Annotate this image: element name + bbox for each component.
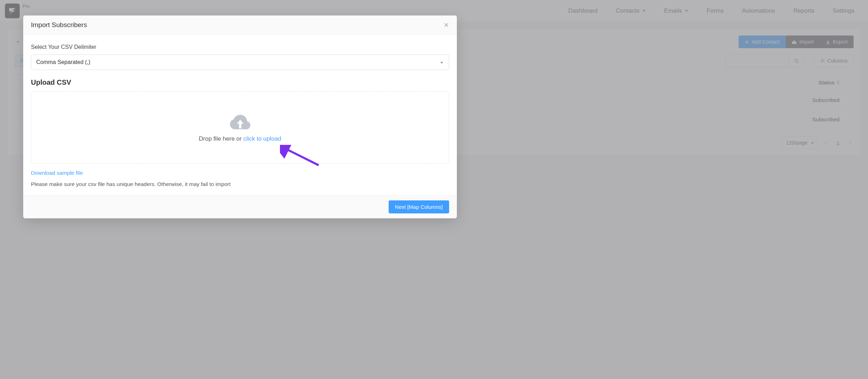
cloud-upload-icon — [792, 40, 797, 44]
nav-contacts-label: Contacts — [616, 7, 639, 14]
row-status: Subscribed — [812, 116, 854, 123]
chevron-down-icon — [440, 62, 443, 64]
upload-dropzone[interactable]: Drop file here or click to upload — [31, 91, 449, 163]
columns-label: Columns — [828, 58, 848, 64]
modal-body: Select Your CSV Delimiter Comma Separate… — [23, 35, 457, 195]
row-status: Subscribed — [812, 97, 854, 103]
close-icon — [443, 22, 449, 28]
click-to-upload-link[interactable]: click to upload — [243, 135, 281, 142]
search-icon — [794, 58, 799, 64]
nav-reports-label: Reports — [793, 7, 815, 14]
chevron-down-icon — [811, 142, 814, 144]
page-size-select[interactable]: 120/page — [781, 136, 817, 149]
status-header-label: Status — [818, 79, 835, 85]
modal-title: Import Subscribers — [31, 21, 87, 29]
pro-label: Pro — [23, 4, 30, 9]
upload-heading: Upload CSV — [31, 78, 449, 86]
next-map-columns-button[interactable]: Next [Map Columns] — [389, 200, 449, 213]
modal-header: Import Subscribers — [23, 15, 457, 35]
search-button[interactable] — [789, 54, 804, 67]
search-input[interactable] — [726, 54, 789, 67]
delimiter-value: Comma Separated (,) — [36, 59, 90, 65]
pager-prev[interactable]: ‹ — [823, 139, 829, 147]
download-sample-link[interactable]: Download sample file — [31, 170, 83, 176]
nav-automations-label: Automations — [742, 7, 776, 14]
import-button[interactable]: Import — [786, 36, 820, 48]
nav-dashboard[interactable]: Dashboard — [560, 0, 606, 21]
modal-footer: Next [Map Columns] — [23, 195, 457, 218]
nav-forms[interactable]: Forms — [698, 0, 732, 21]
page-size-value: 120/page — [786, 140, 807, 146]
nav-emails-label: Emails — [664, 7, 682, 14]
import-subscribers-modal: Import Subscribers Select Your CSV Delim… — [23, 15, 457, 218]
chevron-down-icon — [642, 10, 646, 12]
nav-reports[interactable]: Reports — [785, 0, 823, 21]
download-icon — [826, 40, 830, 44]
columns-button[interactable]: Columns — [814, 54, 854, 67]
nav-contacts[interactable]: Contacts — [607, 0, 655, 21]
dropzone-text-prefix: Drop file here or — [199, 135, 243, 142]
add-contact-button[interactable]: Add Contact — [739, 36, 786, 48]
upload-hint: Please make sure your csv file has uniqu… — [31, 181, 449, 187]
import-label: Import — [799, 39, 814, 45]
sort-icon — [837, 81, 840, 84]
logo-icon — [8, 7, 17, 15]
status-header[interactable]: Status — [818, 79, 854, 85]
add-contact-label: Add Contact — [752, 39, 780, 45]
nav-dashboard-label: Dashboard — [568, 7, 598, 14]
pager-next[interactable]: › — [847, 139, 854, 147]
nav-settings-label: Settings — [833, 7, 854, 14]
chevron-down-icon — [685, 10, 688, 12]
plus-icon — [745, 40, 749, 44]
svg-point-1 — [822, 60, 823, 62]
main-nav: Dashboard Contacts Emails Forms Automati… — [560, 0, 863, 21]
app-logo — [5, 4, 20, 18]
export-label: Export — [833, 39, 848, 45]
pager-current[interactable]: 1 — [834, 140, 842, 146]
delimiter-select[interactable]: Comma Separated (,) — [31, 54, 449, 70]
modal-close-button[interactable] — [443, 22, 449, 28]
chevron-down-icon[interactable] — [17, 41, 19, 43]
search-wrap — [726, 54, 804, 67]
svg-point-0 — [794, 59, 798, 62]
cloud-upload-icon — [229, 113, 252, 132]
delimiter-label: Select Your CSV Delimiter — [31, 44, 449, 50]
nav-emails[interactable]: Emails — [655, 0, 697, 21]
nav-settings[interactable]: Settings — [824, 0, 863, 21]
action-button-group: Add Contact Import Export — [739, 36, 854, 48]
gear-icon — [820, 58, 825, 63]
nav-forms-label: Forms — [707, 7, 723, 14]
dropzone-text: Drop file here or click to upload — [199, 135, 281, 142]
nav-automations[interactable]: Automations — [733, 0, 784, 21]
export-button[interactable]: Export — [820, 36, 854, 48]
